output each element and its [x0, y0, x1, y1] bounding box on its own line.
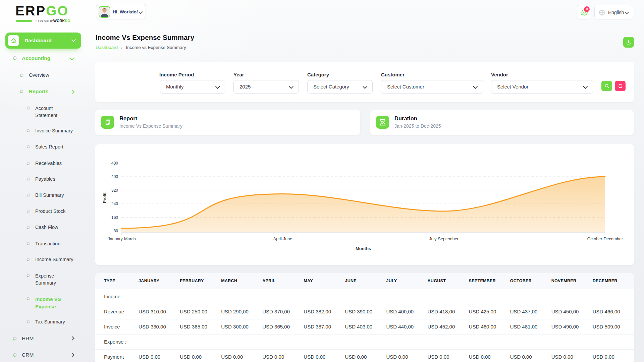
svg-text:400: 400: [111, 174, 118, 179]
svg-text:80: 80: [114, 229, 118, 233]
svg-text:October-December: October-December: [587, 237, 623, 241]
svg-text:July-September: July-September: [429, 237, 459, 241]
svg-text:480: 480: [111, 161, 118, 166]
svg-text:April-June: April-June: [273, 237, 292, 241]
svg-text:160: 160: [111, 215, 118, 220]
svg-text:240: 240: [111, 201, 118, 206]
svg-text:Months: Months: [356, 246, 371, 251]
svg-text:320: 320: [111, 188, 118, 193]
svg-text:January-March: January-March: [108, 237, 136, 241]
svg-text:Profit: Profit: [102, 192, 107, 203]
